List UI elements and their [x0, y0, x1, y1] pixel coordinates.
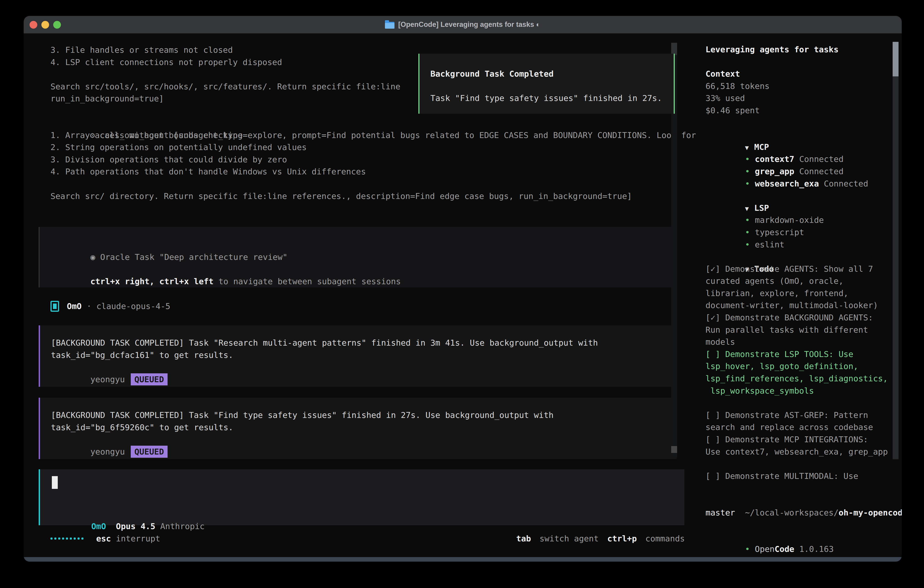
todo-pending-item: [ ] Demonstrate MULTIMODAL: Use — [706, 470, 892, 482]
statusbar-right: tab switch agent ctrl+p commands — [516, 534, 685, 543]
task-result-block: [BACKGROUND TASK COMPLETED] Task "Find t… — [39, 398, 676, 459]
titlebar: [OpenCode] Leveraging agents for tasks ◐ — [24, 16, 902, 34]
agent-icon — [51, 301, 59, 312]
version-number: 1.0.163 — [794, 544, 833, 554]
zoom-button[interactable] — [53, 21, 61, 29]
prompt-input[interactable]: OmO Opus 4.5 Anthropic — [39, 469, 684, 525]
status-dot-icon: • — [745, 240, 750, 249]
window-title: [OpenCode] Leveraging agents for tasks ◐ — [398, 20, 540, 29]
text-line: Run parallel tasks with different — [706, 324, 892, 336]
text-line: 4. Path operations that don't handle Win… — [51, 165, 701, 178]
window-title-group: [OpenCode] Leveraging agents for tasks ◐ — [385, 20, 540, 29]
shortcut-keys: ctrl+x right, ctrl+x left — [90, 277, 213, 286]
close-button[interactable] — [30, 21, 37, 29]
text-line: $0.46 spent — [706, 104, 892, 117]
text-line: [✓] Demonstrate AGENTS: Show all 7 — [706, 263, 892, 275]
text-line: lsp_find_references, lsp_diagnostics, — [706, 372, 892, 385]
sidebar-title: Leveraging agents for tasks — [706, 43, 892, 56]
tab-key-label: switch agent — [535, 534, 599, 543]
window-bottom-edge — [24, 557, 902, 562]
text-line: 4. LSP client connections not properly d… — [51, 56, 400, 68]
text-line: models — [706, 336, 892, 348]
author-label: yeongyu — [90, 375, 125, 384]
status-bar: esc interrupt tab switch agent ctrl+p co… — [51, 532, 685, 545]
sidebar-scrollbar-track[interactable] — [893, 76, 899, 459]
text-line: librarian, explore, frontend, — [706, 287, 892, 299]
spacer — [431, 80, 663, 92]
task-result-line1: [BACKGROUND TASK COMPLETED] Task "Resear… — [51, 337, 676, 349]
task-result-line2: task_id="bg_6f59260c" to get results. — [51, 421, 676, 434]
mcp-section-header[interactable]: ▼MCP — [706, 129, 892, 141]
text-line: [ ] Demonstrate LSP TOOLS: Use — [706, 348, 892, 360]
agent-session-header: OmO · claude-opus-4-5 — [51, 300, 170, 312]
text-line: document-writer, multimodal-looker) — [706, 299, 892, 312]
agent-icon-inner — [53, 304, 57, 309]
oracle-shortcut-line: ctrl+x right, ctrl+x left to navigate be… — [51, 263, 676, 275]
oracle-title: Oracle Task "Deep architecture review" — [95, 253, 287, 262]
esc-key-hint: esc — [96, 534, 111, 543]
text-line: Search src/tools/, src/hooks/, src/featu… — [51, 81, 400, 93]
spinner-dots — [51, 537, 83, 540]
cmd-key-label: commands — [640, 534, 685, 543]
task-result-line1: [BACKGROUND TASK COMPLETED] Task "Find t… — [51, 409, 676, 421]
esc-key-label: interrupt — [111, 534, 160, 543]
text-line: [ ] Demonstrate MCP INTEGRATIONS: — [706, 433, 892, 446]
main-scrollbar-thumb[interactable] — [671, 446, 677, 453]
workspace-path: ~/local-workspaces/oh-my-opencode: — [706, 494, 892, 507]
toast-body: Task "Find type safety issues" finished … — [431, 92, 663, 104]
chevron-down-icon: ▼ — [745, 205, 749, 212]
terminal-window: [OpenCode] Leveraging agents for tasks ◐… — [24, 16, 902, 562]
todo-done-items: [✓] Demonstrate AGENTS: Show all 7curate… — [706, 263, 892, 348]
version-name-bold: Code — [775, 544, 794, 554]
status-dot-icon: • — [745, 179, 750, 188]
task-result-line2: task_id="bg_dcfac161" to get results. — [51, 349, 676, 361]
main-scrollbar-thumb[interactable] — [671, 43, 677, 55]
text-line: 33% used — [706, 92, 892, 104]
task-result-block: [BACKGROUND TASK COMPLETED] Task "Resear… — [39, 325, 676, 387]
text-line — [51, 178, 701, 190]
text-line: 3. Division operations that could divide… — [51, 154, 701, 166]
todo-pending-items: [ ] Demonstrate AST-GREP: Patternsearch … — [706, 409, 892, 458]
text-line: Search src/ directory. Return specific f… — [51, 190, 701, 202]
lsp-heading: LSP — [754, 203, 769, 213]
context-heading: Context — [706, 68, 892, 80]
text-line: 66,518 tokens — [706, 80, 892, 92]
task-result-meta: yeongyuQUEUED — [51, 433, 676, 446]
text-line: 3. File handles or streams not closed — [51, 44, 400, 56]
workspace-path-prefix: ~/local-workspaces/ — [745, 508, 838, 517]
minimize-button[interactable] — [41, 21, 49, 29]
agent-name: OmO — [67, 300, 82, 312]
mcp-status: Connected — [794, 154, 843, 164]
mcp-heading: MCP — [754, 142, 769, 152]
mcp-name: websearch_exa — [755, 179, 819, 188]
shortcut-help: to navigate between subagent sessions — [213, 277, 401, 286]
text-line: [✓] Demonstrate BACKGROUND AGENTS: — [706, 312, 892, 324]
status-dot-icon: • — [745, 544, 750, 554]
workspace-repo: oh-my-opencode: — [838, 508, 902, 517]
agent-model: claude-opus-4-5 — [96, 300, 170, 312]
folder-icon — [385, 22, 394, 29]
text-line: lsp_hover, lsp_goto_definition, — [706, 360, 892, 372]
text-line: lsp_workspace_symbols — [706, 385, 892, 397]
tool-call-block: ⚙ call_omo_agent [subagent_type=explore,… — [51, 117, 701, 202]
status-dot-icon: • — [745, 215, 750, 225]
tab-key-hint: tab — [516, 534, 531, 543]
text-line: curated agents (OmO, oracle, — [706, 275, 892, 287]
status-badge: QUEUED — [131, 373, 168, 386]
context-stats: 66,518 tokens33% used$0.46 spent — [706, 80, 892, 117]
chevron-down-icon: ▼ — [745, 144, 749, 152]
mcp-status: Connected — [794, 167, 843, 176]
terminal-scrollback: 3. File handles or streams not closed4. … — [51, 44, 400, 105]
status-dot-icon: • — [745, 154, 750, 164]
radio-icon: ◉ — [90, 253, 95, 262]
text-line: [ ] Demonstrate AST-GREP: Pattern — [706, 409, 892, 421]
text-line: 2. String operations on potentially unde… — [51, 141, 701, 154]
tool-call-line: ⚙ call_omo_agent [subagent_type=explore,… — [51, 117, 701, 129]
mcp-name: grep_app — [755, 167, 794, 176]
todo-active-items: [ ] Demonstrate LSP TOOLS: Uselsp_hover,… — [706, 348, 892, 397]
author-label: yeongyu — [90, 447, 125, 456]
background-task-toast: Background Task Completed Task "Find typ… — [418, 54, 675, 114]
text-line: run_in_background=true] — [51, 92, 400, 105]
oracle-task-box: ◉ Oracle Task "Deep architecture review"… — [39, 227, 676, 287]
sidebar-scrollbar-thumb[interactable] — [893, 42, 899, 76]
